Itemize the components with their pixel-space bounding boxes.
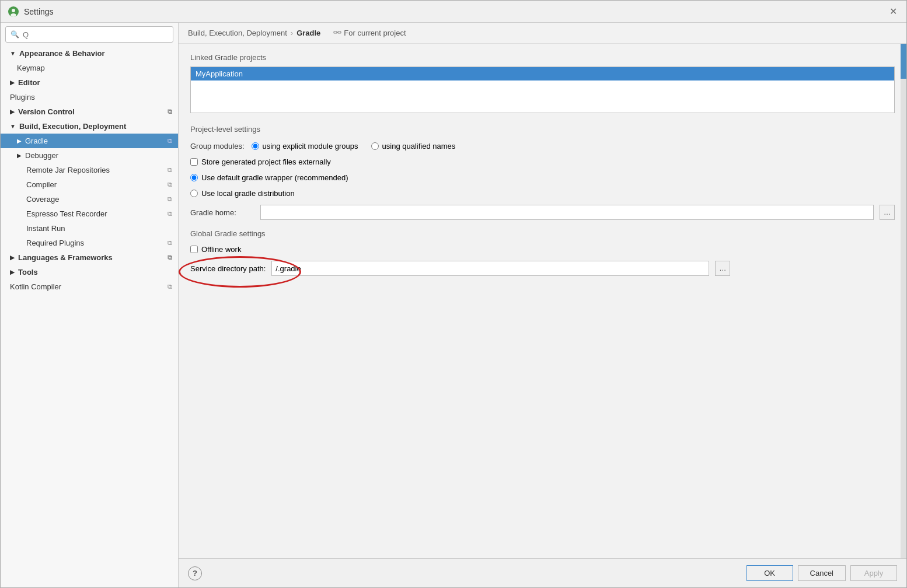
scrollbar-thumb[interactable]	[901, 44, 906, 79]
linked-projects-box: MyApplication	[190, 66, 895, 113]
copy-icon: ⧉	[168, 108, 172, 116]
sidebar-item-label: Required Plugins	[26, 239, 84, 247]
chevron-right-icon: ▶	[17, 138, 22, 144]
sidebar-item-languages[interactable]: ▶ Languages & Frameworks ⧉	[1, 250, 178, 265]
chevron-right-icon: ▶	[10, 269, 15, 275]
default-wrapper-label[interactable]: Use default gradle wrapper (recommended)	[190, 173, 348, 182]
sidebar-item-coverage[interactable]: Coverage ⧉	[1, 192, 178, 206]
close-button[interactable]: ✕	[887, 5, 899, 18]
copy-icon: ⧉	[168, 166, 172, 174]
sidebar-item-plugins[interactable]: Plugins	[1, 90, 178, 104]
gradle-home-row: Gradle home: …	[190, 205, 895, 220]
radio-qualified[interactable]	[371, 142, 379, 150]
breadcrumb-gradle: Gradle	[296, 29, 320, 37]
svg-point-2	[11, 13, 16, 17]
sidebar-item-label: Plugins	[10, 93, 35, 102]
sidebar-item-label: Keymap	[17, 64, 45, 72]
sidebar-item-remote-jar[interactable]: Remote Jar Repositories ⧉	[1, 163, 178, 177]
radio-default-wrapper[interactable]	[190, 174, 198, 181]
project-item-myapp[interactable]: MyApplication	[191, 67, 894, 80]
sidebar-item-label: Gradle	[25, 136, 48, 145]
svg-point-1	[12, 9, 15, 12]
bottom-bar: ? OK Cancel Apply	[179, 558, 906, 587]
right-scrollbar[interactable]	[901, 44, 906, 558]
sidebar-item-version-control[interactable]: ▶ Version Control ⧉	[1, 104, 178, 119]
breadcrumb-sep: ›	[291, 29, 293, 37]
offline-work-row: Offline work	[190, 245, 895, 254]
cancel-button[interactable]: Cancel	[798, 565, 846, 581]
radio-qualified-label[interactable]: using qualified names	[371, 142, 456, 150]
offline-work-checkbox[interactable]	[190, 246, 198, 253]
gradle-home-browse-button[interactable]: …	[880, 205, 895, 220]
gradle-home-label: Gradle home:	[190, 208, 254, 217]
sidebar-item-required-plugins[interactable]: Required Plugins ⧉	[1, 236, 178, 250]
svg-rect-4	[338, 32, 341, 33]
sidebar-item-debugger[interactable]: ▶ Debugger	[1, 148, 178, 163]
service-dir-input[interactable]	[271, 261, 709, 276]
for-project-label: For current project	[344, 29, 406, 37]
store-generated-row: Store generated project files externally	[190, 158, 895, 166]
radio-explicit-label[interactable]: using explicit module groups	[252, 142, 358, 150]
store-generated-text: Store generated project files externally	[201, 158, 331, 166]
right-panel: Build, Execution, Deployment › Gradle Fo…	[179, 23, 906, 587]
for-current-project-link[interactable]: For current project	[333, 29, 406, 37]
copy-icon: ⧉	[168, 254, 172, 261]
app-icon	[8, 6, 19, 18]
sidebar-item-keymap[interactable]: Keymap	[1, 61, 178, 75]
service-dir-browse-button[interactable]: …	[715, 261, 730, 276]
sidebar-item-label: Compiler	[26, 180, 57, 189]
local-gradle-row: Use local gradle distribution	[190, 189, 895, 198]
search-box[interactable]: 🔍	[5, 26, 173, 43]
title-bar: Settings ✕	[1, 1, 906, 23]
service-dir-label: Service directory path:	[190, 264, 266, 273]
ok-button[interactable]: OK	[746, 565, 793, 581]
main-content: 🔍 ▼ Appearance & Behavior Keymap ▶ Edito…	[1, 23, 906, 587]
radio-qualified-text: using qualified names	[382, 142, 456, 150]
sidebar-item-label: Languages & Frameworks	[18, 253, 113, 262]
sidebar-item-tools[interactable]: ▶ Tools	[1, 265, 178, 279]
sidebar-item-appearance-behavior[interactable]: ▼ Appearance & Behavior	[1, 46, 178, 61]
sidebar-item-label: Tools	[18, 268, 38, 276]
copy-icon: ⧉	[168, 210, 172, 218]
chevron-right-icon: ▶	[10, 254, 15, 261]
sidebar-item-label: Instant Run	[26, 224, 65, 233]
store-generated-label[interactable]: Store generated project files externally	[190, 158, 331, 166]
sidebar-item-label: Build, Execution, Deployment	[19, 122, 126, 131]
store-generated-checkbox[interactable]	[190, 158, 198, 166]
gradle-home-input[interactable]	[260, 205, 874, 220]
sidebar-item-compiler[interactable]: Compiler ⧉	[1, 177, 178, 192]
group-modules-label: Group modules:	[190, 142, 245, 150]
chevron-right-icon: ▶	[10, 79, 15, 86]
sidebar-item-label: Appearance & Behavior	[19, 49, 105, 58]
sidebar-item-label: Version Control	[18, 107, 75, 116]
radio-explicit[interactable]	[252, 142, 259, 150]
link-icon	[333, 29, 341, 37]
sidebar-item-label: Debugger	[25, 151, 58, 160]
sidebar-item-espresso[interactable]: Espresso Test Recorder ⧉	[1, 206, 178, 221]
settings-window: Settings ✕ 🔍 ▼ Appearance & Behavior Key…	[0, 0, 907, 588]
copy-icon: ⧉	[168, 239, 172, 247]
sidebar-item-gradle[interactable]: ▶ Gradle ⧉	[1, 134, 178, 148]
search-input[interactable]	[23, 30, 168, 39]
linked-projects-title: Linked Gradle projects	[190, 53, 895, 62]
radio-explicit-text: using explicit module groups	[263, 142, 358, 150]
offline-work-text: Offline work	[201, 245, 241, 254]
sidebar-item-label: Editor	[18, 78, 40, 87]
chevron-down-icon: ▼	[10, 50, 16, 57]
default-wrapper-text: Use default gradle wrapper (recommended)	[201, 173, 348, 182]
local-gradle-label[interactable]: Use local gradle distribution	[190, 189, 295, 198]
sidebar: 🔍 ▼ Appearance & Behavior Keymap ▶ Edito…	[1, 23, 179, 587]
sidebar-item-editor[interactable]: ▶ Editor	[1, 75, 178, 90]
offline-work-label[interactable]: Offline work	[190, 245, 241, 254]
sidebar-item-label: Coverage	[26, 195, 59, 204]
sidebar-item-build-execution[interactable]: ▼ Build, Execution, Deployment	[1, 119, 178, 134]
group-modules-row: Group modules: using explicit module gro…	[190, 142, 895, 150]
global-settings-title: Global Gradle settings	[190, 229, 895, 238]
sidebar-item-kotlin-compiler[interactable]: Kotlin Compiler ⧉	[1, 279, 178, 294]
sidebar-item-label: Kotlin Compiler	[10, 282, 61, 291]
help-button[interactable]: ?	[188, 566, 202, 580]
apply-button[interactable]: Apply	[850, 565, 897, 581]
radio-local-gradle[interactable]	[190, 190, 198, 197]
sidebar-item-instant-run[interactable]: Instant Run	[1, 221, 178, 236]
default-wrapper-row: Use default gradle wrapper (recommended)	[190, 173, 895, 182]
